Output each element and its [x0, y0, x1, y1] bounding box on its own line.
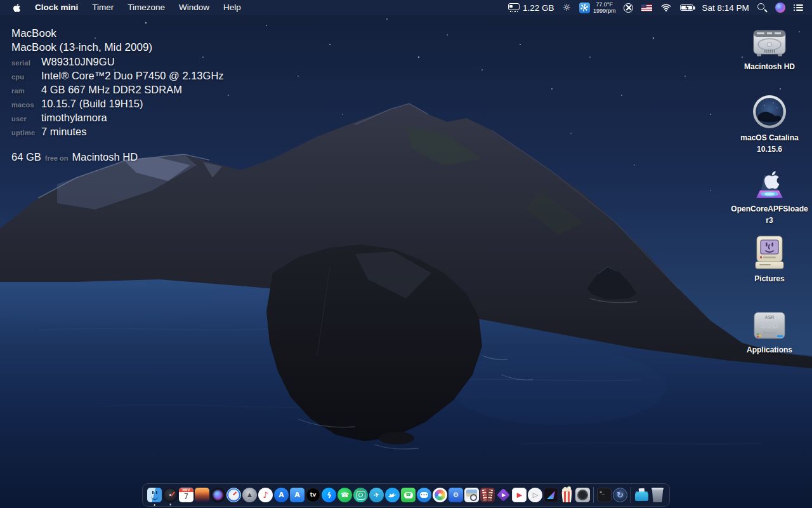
desktop-icon-label: Applications — [747, 344, 792, 356]
dock-item-photo-booth[interactable] — [480, 488, 495, 502]
info-row-serial: serial W89310JN9GU — [11, 56, 224, 70]
notification-list-icon — [794, 4, 803, 11]
dock-item-whatsapp[interactable] — [337, 488, 352, 502]
calendar-day: 7 — [179, 492, 193, 502]
info-row-user: user timothylamora — [11, 112, 224, 126]
menu-extra-memory[interactable]: 1.22 GB — [508, 0, 554, 15]
menu-extra-input-source[interactable] — [641, 0, 652, 15]
free-space-amount: 64 GB — [11, 151, 41, 163]
info-row-macos: macos 10.15.7 (Build 19H15) — [11, 98, 224, 112]
dock-item-popcorn-time[interactable] — [560, 488, 574, 502]
info-label: user — [11, 115, 41, 123]
dock-item-calendar[interactable]: NOV 7 — [179, 488, 193, 502]
dock-item-terminal[interactable]: >_ — [597, 488, 612, 502]
system-info-widget: MacBook MacBook (13-inch, Mid 2009) seri… — [11, 27, 224, 163]
menu-timezone[interactable]: Timezone — [121, 0, 172, 15]
info-value: 10.15.7 (Build 19H15) — [41, 98, 143, 110]
menu-bar: Clock mini Timer Timezone Window Help 1.… — [0, 0, 812, 15]
classic-mac-icon — [753, 234, 786, 271]
dock-item-safari[interactable] — [226, 488, 241, 502]
dock-item-messenger[interactable] — [322, 488, 336, 502]
menu-extra-wifi[interactable] — [660, 0, 672, 15]
dock-item-app-store-alt[interactable]: A — [290, 488, 304, 502]
dock-item-chat[interactable] — [417, 488, 431, 502]
info-value: W89310JN9GU — [41, 56, 115, 68]
terminal-prompt: >_ — [599, 490, 605, 495]
dock-item-system-utility[interactable] — [449, 488, 463, 502]
desktop-icon-macos-catalina[interactable]: macOS Catalina 10.15.6 — [730, 93, 809, 155]
dock-item-downloads-folder[interactable] — [634, 488, 649, 502]
dock-item-trash[interactable] — [650, 488, 665, 502]
dock-item-video-player[interactable] — [512, 488, 527, 502]
dock-divider — [631, 487, 631, 503]
menu-app-name[interactable]: Clock mini — [28, 0, 85, 15]
dock-item-preview[interactable] — [464, 488, 479, 502]
desktop-icon-opencore-loader[interactable]: OpenCoreAPFSloader3 — [730, 164, 809, 226]
menu-extra-mask[interactable] — [624, 0, 633, 15]
opencore-boot-icon — [752, 164, 787, 201]
dock-item-telegram[interactable] — [369, 488, 384, 502]
menu-timer[interactable]: Timer — [85, 0, 121, 15]
desktop-icon-label: OpenCoreAPFSloader3 — [731, 203, 808, 226]
machine-name: MacBook — [11, 27, 224, 41]
apple-menu-icon[interactable] — [13, 3, 22, 13]
dock-item-launchpad[interactable] — [242, 488, 257, 502]
dock-item-finder[interactable] — [147, 488, 162, 502]
spotlight-button[interactable] — [757, 0, 767, 15]
dock-item-music[interactable] — [258, 488, 273, 502]
dock-item-facetime[interactable] — [401, 488, 416, 502]
free-space-disk: Macintosh HD — [72, 151, 138, 163]
info-value: timothylamora — [41, 112, 107, 124]
dock-item-media-player-diamond[interactable] — [496, 488, 511, 502]
dock-item-photos[interactable] — [433, 488, 447, 502]
info-label: serial — [11, 59, 41, 67]
menu-window[interactable]: Window — [172, 0, 216, 15]
info-value: Intel® Core™2 Duo P7450 @ 2.13GHz — [41, 70, 224, 82]
desktop-icon-label: macOS Catalina 10.15.6 — [731, 132, 808, 155]
dock-item-clock-mini[interactable] — [163, 488, 178, 502]
us-flag-icon — [641, 4, 652, 11]
dock-item-apple-tv[interactable]: tv — [306, 488, 320, 502]
menu-extra-battery[interactable]: ϟ — [680, 0, 693, 15]
menu-help[interactable]: Help — [216, 0, 248, 15]
app-store-letter: A — [294, 491, 300, 498]
dock-item-restore-utility[interactable] — [613, 488, 627, 502]
menu-extra-clock[interactable]: Sat 8:14 PM — [702, 0, 749, 15]
macos-desktop: Clock mini Timer Timezone Window Help 1.… — [0, 0, 812, 508]
info-row-ram: ram 4 GB 667 MHz DDR2 SDRAM — [11, 84, 224, 98]
ssd-text: SSD — [761, 320, 779, 330]
storage-summary: 64 GB free on Macintosh HD — [11, 151, 224, 163]
info-row-uptime: uptime 7 minutes — [11, 126, 224, 140]
dock-item-emulator[interactable] — [575, 488, 590, 502]
dock-item-instagram[interactable] — [353, 488, 368, 502]
menu-extra-brightness[interactable]: ☼ — [562, 0, 570, 15]
fan-icon — [579, 3, 590, 13]
desktop-icon-macintosh-hd[interactable]: Macintosh HD — [730, 22, 809, 72]
apple-tv-label: tv — [310, 492, 317, 498]
dock-divider — [593, 487, 594, 503]
battery-charging-icon: ϟ — [680, 4, 693, 11]
desktop-icon-label: Pictures — [754, 273, 784, 284]
notification-center-button[interactable] — [794, 0, 803, 15]
desktop-icon-pictures[interactable]: Pictures — [730, 234, 809, 284]
desktop-icon-column: Macintosh HD — [730, 0, 809, 444]
search-icon — [757, 3, 767, 13]
memory-icon — [508, 3, 520, 10]
dock-item-twitter[interactable] — [385, 488, 400, 502]
siri-icon — [775, 3, 785, 13]
asr-text: ASR — [765, 315, 775, 319]
menu-extra-fan[interactable]: 77.0°F 1999rpm — [579, 0, 616, 15]
dock-item-player-classic[interactable] — [528, 488, 542, 502]
desktop-icon-applications[interactable]: ASR SSD Restore Applications — [730, 305, 809, 356]
info-row-cpu: cpu Intel® Core™2 Duo P7450 @ 2.13GHz — [11, 70, 224, 84]
mask-icon — [624, 3, 633, 13]
dock-item-media-downloader[interactable] — [544, 488, 558, 502]
disk-image-icon — [752, 93, 787, 130]
dock-item-photos-sunset[interactable] — [195, 488, 209, 502]
running-indicator — [154, 504, 155, 506]
dock-item-siri[interactable] — [211, 488, 225, 502]
wifi-icon — [660, 3, 672, 12]
dock-item-app-store[interactable]: A — [274, 488, 289, 502]
info-label: ram — [11, 87, 41, 95]
siri-button[interactable] — [775, 0, 785, 15]
